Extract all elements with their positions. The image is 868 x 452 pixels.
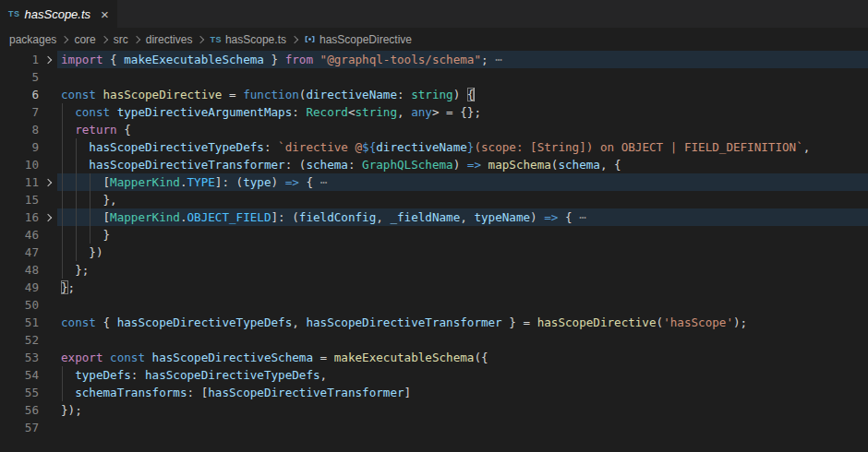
- code-token: =>: [544, 210, 558, 224]
- code-line-content[interactable]: const hasScopeDirective = function(direc…: [57, 86, 868, 103]
- code-token: <: [348, 105, 356, 119]
- code-line-content[interactable]: }): [57, 244, 868, 261]
- code-line-content[interactable]: [MapperKind.TYPE]: (type) => { ⋯: [57, 173, 868, 191]
- code-token: schemaTransforms: [75, 386, 187, 399]
- code-line-content[interactable]: [57, 68, 868, 86]
- code-token: makeExecutableSchema: [124, 53, 264, 66]
- breadcrumb-bar: packagescoresrcdirectivesTShasScope.ts h…: [0, 28, 868, 51]
- fold-chevron-icon[interactable]: [39, 208, 57, 226]
- code-token: MapperKind: [110, 175, 180, 189]
- code-token: ⋯: [320, 175, 328, 189]
- code-token: const: [75, 105, 110, 119]
- code-token: =: [313, 351, 334, 364]
- code-line-content[interactable]: schemaTransforms: [hasScopeDirectiveTran…: [57, 384, 868, 401]
- code-token: } =: [502, 315, 537, 329]
- code-token: :: [348, 158, 362, 172]
- code-line-content[interactable]: hasScopeDirectiveTransformer: (schema: G…: [57, 156, 868, 173]
- fold-gutter: [39, 296, 57, 314]
- code-token: [61, 158, 89, 172]
- fold-chevron-icon[interactable]: [39, 173, 57, 191]
- code-token: , {: [600, 158, 621, 172]
- chevron-right-icon: [44, 178, 52, 185]
- breadcrumb-item-src[interactable]: src: [114, 33, 128, 46]
- code-line-content[interactable]: }: [57, 226, 868, 244]
- code-token: =>: [467, 158, 481, 172]
- code-line-49: 49};: [0, 279, 868, 296]
- code-line-54: 54 typeDefs: hasScopeDirectiveTypeDefs,: [0, 366, 868, 384]
- breadcrumb-item-hasscopedirective[interactable]: hasScopeDirective: [304, 33, 412, 46]
- code-line-content[interactable]: const { hasScopeDirectiveTypeDefs, hasSc…: [57, 314, 868, 331]
- code-line-46: 46 }: [0, 226, 868, 244]
- line-number: 7: [0, 103, 39, 121]
- code-token: ,: [376, 210, 390, 224]
- code-line-9: 9 hasScopeDirectiveTypeDefs: `directive …: [0, 138, 868, 156]
- code-token: MapperKind: [110, 210, 180, 224]
- code-text: schemaTransforms: [hasScopeDirectiveTran…: [61, 386, 411, 399]
- code-line-content[interactable]: [MapperKind.OBJECT_FIELD]: (fieldConfig,…: [57, 208, 868, 226]
- code-token: {: [103, 53, 125, 66]
- code-token: (scope: [String]) on OBJECT | FIELD_DEFI…: [474, 140, 802, 154]
- code-token: hasScopeDirective: [537, 315, 657, 329]
- chevron-right-icon: [44, 213, 52, 220]
- code-line-content[interactable]: });: [57, 401, 868, 419]
- code-token: string: [411, 88, 453, 101]
- code-line-content[interactable]: export const hasScopeDirectiveSchema = m…: [57, 349, 868, 366]
- line-number: 8: [0, 121, 39, 138]
- fold-gutter: [39, 279, 57, 296]
- code-token: [145, 351, 152, 364]
- code-line-15: 15 },: [0, 191, 868, 208]
- code-line-content[interactable]: [57, 331, 868, 349]
- code-line-content[interactable]: import { makeExecutableSchema } from "@g…: [57, 51, 868, 68]
- code-token: ({: [474, 351, 488, 364]
- code-token: any: [411, 105, 432, 119]
- code-line-content[interactable]: return {: [57, 121, 868, 138]
- code-token: ,: [803, 140, 811, 154]
- code-token: directiveName: [306, 88, 397, 101]
- code-token: type: [243, 175, 271, 189]
- code-token: }): [61, 245, 103, 259]
- code-token: {: [558, 210, 579, 224]
- code-text: hasScopeDirectiveTypeDefs: `directive @$…: [61, 140, 810, 154]
- code-token: =: [222, 88, 243, 101]
- fold-gutter: [39, 156, 57, 173]
- code-token: string: [356, 105, 398, 119]
- code-token: );: [733, 315, 747, 329]
- fold-gutter: [39, 401, 57, 419]
- code-text: const hasScopeDirective = function(direc…: [61, 88, 475, 101]
- close-tab-icon[interactable]: ×: [101, 7, 109, 21]
- code-token: ${: [362, 140, 376, 154]
- breadcrumb-item-packages[interactable]: packages: [9, 33, 56, 46]
- line-number: 16: [0, 208, 39, 226]
- code-line-content[interactable]: [57, 419, 868, 436]
- breadcrumb-separator-icon: [100, 35, 107, 42]
- code-token: hasScopeDirectiveTransformer: [306, 315, 501, 329]
- code-text: }: [61, 228, 110, 242]
- breadcrumb-item-directives[interactable]: directives: [146, 33, 193, 46]
- code-line-5: 5: [0, 68, 868, 86]
- breadcrumb-label: src: [114, 33, 128, 46]
- code-token: [61, 140, 89, 154]
- code-token: :: [397, 88, 411, 101]
- code-line-content[interactable]: };: [57, 261, 868, 279]
- code-token: ]: (: [215, 175, 243, 189]
- code-line-content[interactable]: hasScopeDirectiveTypeDefs: `directive @$…: [57, 138, 868, 156]
- code-token: return: [75, 123, 117, 137]
- tab-hasscope-ts[interactable]: TS hasScope.ts ×: [0, 0, 117, 28]
- code-text: };: [61, 280, 75, 294]
- breadcrumb-label: core: [74, 33, 95, 46]
- breadcrumb-separator-icon: [132, 35, 139, 42]
- fold-chevron-icon[interactable]: [39, 51, 57, 68]
- code-token: [61, 123, 75, 137]
- editor: 1import { makeExecutableSchema } from "@…: [0, 51, 868, 452]
- breadcrumb-item-core[interactable]: core: [74, 33, 95, 46]
- code-token: hasScopeDirectiveTypeDefs: [117, 315, 293, 329]
- line-number: 5: [0, 68, 39, 86]
- code-line-content[interactable]: const typeDirectiveArgumentMaps: Record<…: [57, 103, 868, 121]
- code-text: [MapperKind.OBJECT_FIELD]: (fieldConfig,…: [61, 210, 586, 224]
- code-line-content[interactable]: };: [57, 279, 868, 296]
- code-line-content[interactable]: },: [57, 191, 868, 208]
- code-line-content[interactable]: typeDefs: hasScopeDirectiveTypeDefs,: [57, 366, 868, 384]
- code-line-content[interactable]: [57, 296, 868, 314]
- code-token: :: [264, 140, 278, 154]
- breadcrumb-item-hasscope-ts[interactable]: TShasScope.ts: [210, 33, 286, 46]
